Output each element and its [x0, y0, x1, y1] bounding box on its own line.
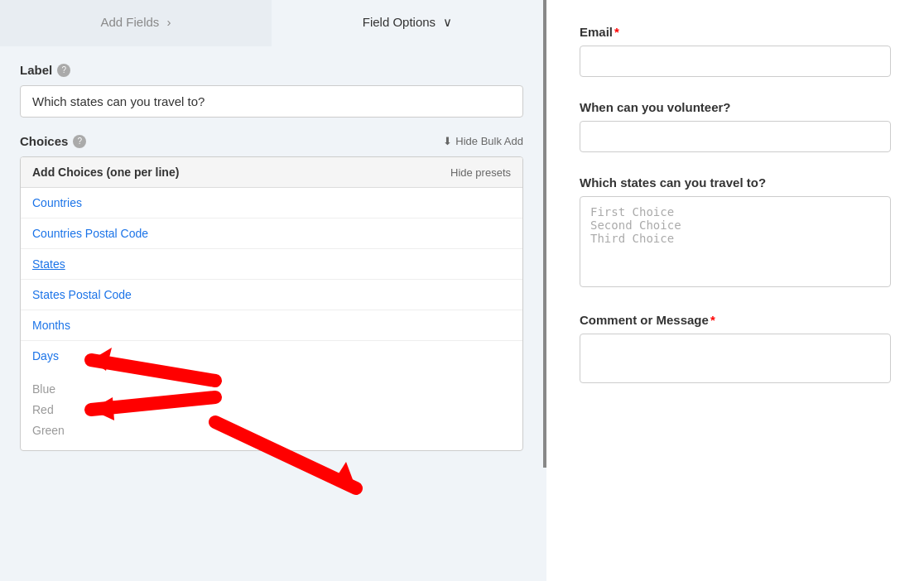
choices-header-title: Add Choices (one per line) [32, 166, 179, 179]
hide-presets-button[interactable]: Hide presets [450, 166, 511, 179]
states-travel-field-group: Which states can you travel to? First Ch… [580, 175, 891, 290]
preset-item-months[interactable]: Months [21, 310, 522, 341]
choice-blue: Blue [32, 379, 511, 400]
chevron-right-icon: › [167, 15, 171, 29]
email-field-group: Email* [580, 25, 891, 77]
label-row: Label ? [20, 63, 523, 77]
chevron-down-icon: ∨ [443, 15, 452, 29]
right-panel: Email* When can you volunteer? Which sta… [546, 0, 924, 581]
download-icon: ⬇ [443, 135, 452, 147]
preset-item-states[interactable]: States [21, 249, 522, 280]
tab-add-fields[interactable]: Add Fields › [0, 0, 272, 46]
email-input[interactable] [580, 46, 891, 77]
states-travel-label: Which states can you travel to? [580, 175, 891, 190]
email-label: Email* [580, 25, 891, 39]
comment-required-star: * [710, 313, 715, 327]
preset-items-list: Countries Countries Postal Code States S… [21, 188, 522, 371]
label-help-icon[interactable]: ? [57, 64, 70, 77]
static-choices: Blue Red Green [21, 371, 522, 450]
preset-item-states-postal[interactable]: States Postal Code [21, 280, 522, 310]
hide-bulk-add-button[interactable]: ⬇ Hide Bulk Add [443, 135, 523, 147]
preset-item-days[interactable]: Days [21, 341, 522, 371]
comment-field-group: Comment or Message* [580, 313, 891, 386]
volunteer-input[interactable] [580, 121, 891, 152]
label-heading: Label [20, 63, 52, 77]
volunteer-label: When can you volunteer? [580, 100, 891, 114]
tab-bar: Add Fields › Field Options ∨ [0, 0, 543, 46]
preset-item-countries-postal[interactable]: Countries Postal Code [21, 218, 522, 249]
tab-field-options[interactable]: Field Options ∨ [272, 0, 543, 46]
preset-item-countries[interactable]: Countries [21, 188, 522, 218]
choices-box-header: Add Choices (one per line) Hide presets [21, 157, 522, 188]
choice-red: Red [32, 400, 511, 420]
choices-header: Choices ? ⬇ Hide Bulk Add [20, 134, 523, 148]
states-travel-textarea[interactable]: First Choice Second Choice Third Choice [580, 196, 891, 287]
choices-help-icon[interactable]: ? [73, 135, 86, 148]
volunteer-field-group: When can you volunteer? [580, 100, 891, 152]
choices-heading: Choices [20, 134, 68, 148]
panel-content: Label ? Choices ? ⬇ Hide Bulk Add Add Ch… [0, 46, 543, 468]
email-required-star: * [614, 25, 619, 39]
choice-green: Green [32, 420, 511, 441]
comment-textarea[interactable] [580, 334, 891, 383]
label-input[interactable] [20, 85, 523, 118]
choices-box: Add Choices (one per line) Hide presets … [20, 156, 523, 451]
comment-label: Comment or Message* [580, 313, 891, 327]
